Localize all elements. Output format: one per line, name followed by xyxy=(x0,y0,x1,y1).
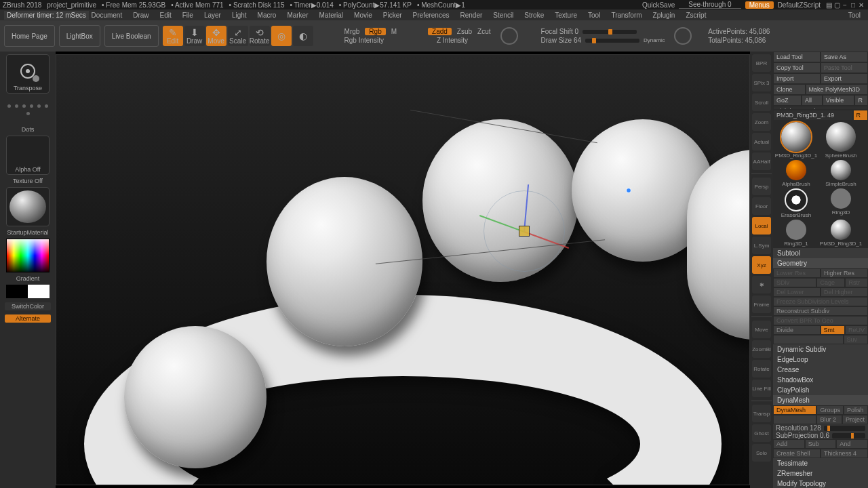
sdiv-slider[interactable]: SDiv xyxy=(773,278,816,287)
draw-size-label[interactable]: Draw Size 64 xyxy=(541,37,581,44)
default-zscript[interactable]: DefaultZScript xyxy=(778,1,821,9)
edgeloop-section[interactable]: EdgeLoop xyxy=(773,354,868,365)
tool-thumb[interactable] xyxy=(831,188,851,209)
tool-thumb[interactable] xyxy=(781,122,811,152)
tool-thumb[interactable] xyxy=(831,220,851,240)
edit-mode-button[interactable]: ✎Edit xyxy=(163,26,183,46)
import-button[interactable]: Import xyxy=(773,73,821,84)
resolution-label[interactable]: Resolution 128 xyxy=(776,424,821,432)
reconstruct-subdiv-button[interactable]: Reconstruct Subdiv xyxy=(773,306,868,316)
dyn-and-button[interactable]: And xyxy=(836,439,868,449)
frame-button[interactable]: Frame xyxy=(752,296,771,313)
subprojection-label[interactable]: SubProjection 0.6 xyxy=(776,432,829,439)
move-view-button[interactable]: Move xyxy=(752,321,771,338)
sculptris-button[interactable]: ◐ xyxy=(293,26,313,46)
menu-item[interactable]: Tool xyxy=(583,12,605,19)
focal-shift-slider[interactable] xyxy=(583,30,637,34)
scale-mode-button[interactable]: ⤢Scale xyxy=(228,26,248,46)
transform-gizmo[interactable] xyxy=(477,184,572,279)
aahalf-button[interactable]: AAHalf xyxy=(752,152,771,170)
menu-item[interactable]: Macro xyxy=(253,12,281,19)
dynamesh-button[interactable]: DynaMesh xyxy=(773,405,816,415)
tessimate-section[interactable]: Tessimate xyxy=(773,458,868,468)
menu-item[interactable]: Stroke xyxy=(519,12,549,19)
linefill-button[interactable]: Line Fill xyxy=(752,380,771,397)
gizmo-button[interactable]: ◎ xyxy=(271,26,292,46)
create-shell-button[interactable]: Create Shell xyxy=(773,449,821,458)
menu-item[interactable]: Picker xyxy=(378,12,407,19)
gizmo-center-icon[interactable] xyxy=(519,226,529,236)
menu-item[interactable]: Material xyxy=(315,12,349,19)
local-button[interactable]: Local xyxy=(752,217,771,235)
del-higher-button[interactable]: Del Higher xyxy=(821,287,868,297)
brush-curve-icon[interactable] xyxy=(500,27,518,45)
menu-item[interactable]: Texture xyxy=(550,12,582,19)
alpha-slot[interactable]: Alpha Off xyxy=(6,136,50,175)
tool-thumb[interactable] xyxy=(786,160,806,180)
menu-item[interactable]: Stencil xyxy=(488,12,518,19)
dyn-add-button[interactable]: Add xyxy=(773,439,805,449)
claypolish-section[interactable]: ClayPolish xyxy=(773,385,868,395)
stroke-dots-button[interactable] xyxy=(6,96,50,123)
menu-item[interactable]: Layer xyxy=(199,12,226,19)
menus-button[interactable]: Menus xyxy=(745,1,774,9)
floor-button[interactable]: Floor xyxy=(752,197,771,215)
menu-item[interactable]: Zscript xyxy=(681,12,711,19)
z-intensity[interactable]: Z Intensity xyxy=(437,37,468,44)
goz-visible-button[interactable]: Visible xyxy=(823,95,855,106)
smt-toggle[interactable]: Smt xyxy=(821,325,845,335)
crease-section[interactable]: Crease xyxy=(773,365,868,375)
clone-button[interactable]: Clone xyxy=(773,84,806,95)
menu-item[interactable]: Edit xyxy=(155,12,176,19)
tool-thumb[interactable] xyxy=(831,160,851,180)
subprojection-slider[interactable] xyxy=(832,433,865,439)
seethrough-slider[interactable]: See-through 0 xyxy=(679,1,741,9)
tool-thumb[interactable] xyxy=(826,122,856,152)
color-swatches[interactable] xyxy=(6,285,50,298)
actual-button[interactable]: Actual xyxy=(752,133,771,150)
persp-button[interactable]: Persp xyxy=(752,178,771,195)
resolution-slider[interactable] xyxy=(824,426,865,431)
draw-mode-button[interactable]: ⬇Draw xyxy=(184,26,205,46)
save-as-button[interactable]: Save As xyxy=(821,52,868,62)
rotate-view-button[interactable]: Rotate xyxy=(752,360,771,378)
freeze-subdiv-button[interactable]: Freeze SubDivision Levels xyxy=(773,297,868,306)
texture-slot[interactable] xyxy=(6,187,50,226)
bpr-button[interactable]: BPR xyxy=(752,54,771,72)
shadowbox-section[interactable]: ShadowBox xyxy=(773,375,868,385)
lsym-button[interactable]: L.Sym xyxy=(752,237,771,254)
menu-item[interactable]: Zplugin xyxy=(648,12,680,19)
geometry-section[interactable]: Geometry xyxy=(773,258,868,268)
higher-res-button[interactable]: Higher Res xyxy=(821,268,868,278)
modify-topology-section[interactable]: Modify Topology xyxy=(773,479,868,488)
goz-all-button[interactable]: All xyxy=(802,95,823,106)
lightbox-button[interactable]: LightBox xyxy=(59,25,100,47)
tool-thumb[interactable] xyxy=(785,188,808,211)
menu-item[interactable]: Marker xyxy=(282,12,313,19)
make-polymesh-button[interactable]: Make PolyMesh3D xyxy=(806,84,868,95)
project-toggle[interactable]: Project xyxy=(842,415,868,424)
menu-item[interactable]: Draw xyxy=(128,12,153,19)
tool-header[interactable]: Tool xyxy=(844,12,865,19)
cage-button[interactable]: Cage xyxy=(816,278,845,287)
transp-button[interactable]: Transp xyxy=(752,405,771,422)
window-controls[interactable]: ▤▢−□✕ xyxy=(825,1,865,9)
mrgb-toggle[interactable]: Mrgb xyxy=(344,28,360,35)
zoom-button[interactable]: Zoom xyxy=(752,113,771,131)
switchcolor-button[interactable]: SwitchColor xyxy=(5,302,51,310)
zremesher-section[interactable]: ZRemesher xyxy=(773,468,868,479)
snap-button[interactable]: ✱ xyxy=(752,276,771,293)
alternate-button[interactable]: Alternate xyxy=(5,314,51,323)
goz-button[interactable]: GoZ xyxy=(773,95,802,106)
copy-tool-button[interactable]: Copy Tool xyxy=(773,62,821,73)
zadd-toggle[interactable]: Zadd xyxy=(428,28,452,35)
rgb-intensity[interactable]: Rgb Intensity xyxy=(344,37,384,44)
menu-item[interactable]: Movie xyxy=(349,12,377,19)
dynamesh-section[interactable]: DynaMesh xyxy=(773,395,868,405)
groups-toggle[interactable]: Groups xyxy=(816,405,844,415)
zoom-view-button[interactable]: ZoomBl xyxy=(752,340,771,358)
quicksave-button[interactable]: QuickSave xyxy=(642,1,675,9)
divide-button[interactable]: Divide xyxy=(773,325,821,335)
menu-item[interactable]: Light xyxy=(227,12,252,19)
zcut-toggle[interactable]: Zcut xyxy=(477,28,490,35)
